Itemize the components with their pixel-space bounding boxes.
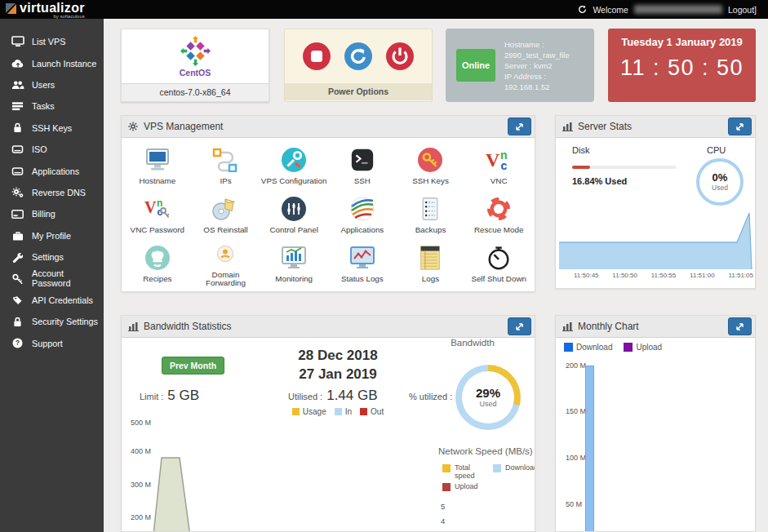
cpu-usage-ring: 0% Used [696, 158, 744, 206]
sidebar-item-list-vps[interactable]: List VPS [0, 31, 104, 52]
refresh-icon[interactable] [578, 5, 587, 14]
sidebar: List VPSLaunch InstanceUsersTasksSSH Key… [0, 19, 104, 532]
power-options-caption: Power Options [285, 83, 432, 100]
vps-action-rescue-mode[interactable]: Rescue Mode [464, 190, 533, 239]
vps-action-ssh[interactable]: SSH [328, 141, 397, 190]
virtualizor-logo-icon [5, 2, 17, 15]
cpu-label: CPU [707, 145, 726, 155]
sidebar-item-users[interactable]: Users [0, 74, 104, 95]
vps-action-label: Applications [340, 226, 384, 234]
restart-button[interactable] [344, 42, 373, 71]
vps-action-applications[interactable]: Applications [328, 190, 397, 239]
expand-button[interactable] [508, 317, 531, 335]
sidebar-item-label: Security Settings [32, 317, 98, 326]
vps-action-logs[interactable]: Logs [397, 239, 465, 288]
sidebar-item-applications[interactable]: Applications [0, 160, 104, 181]
expand-button[interactable] [728, 317, 752, 335]
vps-action-recipes[interactable]: Recipes [123, 239, 192, 288]
sidebar-item-security-settings[interactable]: Security Settings [0, 311, 104, 332]
vps-action-status-logs[interactable]: Status Logs [328, 239, 397, 288]
logs-icon [418, 244, 442, 272]
sidebar-item-support[interactable]: ?Support [0, 332, 104, 353]
time-text: 11 : 50 : 50 [608, 55, 756, 81]
vps-action-label: Rescue Mode [474, 226, 523, 234]
vps-action-ips[interactable]: IPs [192, 141, 260, 190]
vps-action-label: Self Shut Down [471, 275, 526, 283]
drive-icon [10, 143, 25, 156]
y-tick: 50 M [566, 500, 582, 508]
vps-action-vnc[interactable]: VncVNC [464, 141, 533, 190]
server-stats-panel: Server Stats Disk CPU 16.84% Used 0% Use… [555, 115, 756, 289]
ssh-keys-icon [416, 146, 444, 174]
sidebar-item-label: Reverse DNS [32, 188, 86, 197]
expand-button[interactable] [508, 117, 531, 135]
ssh-terminal-icon [349, 146, 375, 174]
sidebar-item-label: Tasks [32, 101, 55, 111]
sidebar-item-billing[interactable]: Billing [0, 203, 104, 224]
legend-item-upload: Upload [624, 343, 662, 352]
logo-subtext: by softaculous [53, 14, 84, 19]
power-options-card: Power Options [284, 29, 433, 102]
gears-icon [10, 186, 25, 199]
sidebar-item-label: API Credentials [32, 295, 93, 305]
logout-link[interactable]: Logout] [728, 5, 757, 15]
gear-icon [128, 122, 140, 132]
vps-action-label: VNC [491, 177, 508, 185]
bandwidth-donut-chart: 29% Used [455, 365, 521, 430]
vps-action-self-shut-down[interactable]: Self Shut Down [464, 239, 533, 288]
legend-label: Upload [636, 343, 662, 352]
bandwidth-donut-title: Bandwidth [407, 338, 535, 348]
legend-item-total-speed: Total speed [442, 464, 493, 480]
poweroff-button[interactable] [385, 42, 415, 71]
bandwidth-used-text: Used [479, 400, 496, 408]
sidebar-item-tasks[interactable]: Tasks [0, 95, 104, 117]
recipes-icon [144, 244, 171, 272]
vps-action-vps-configuration[interactable]: VPS Configuration [260, 141, 328, 190]
vps-action-backups[interactable]: Backups [397, 190, 465, 239]
sidebar-item-iso[interactable]: ISO [0, 139, 104, 160]
self-shutdown-icon [486, 244, 512, 272]
welcome-label: Welcome [593, 5, 628, 15]
x-tick: 11:50:45 [574, 272, 599, 279]
vps-config-icon [280, 146, 308, 174]
topbar: virtualizor by softaculous Welcome Logou… [0, 0, 768, 19]
y-tick: 100 M [566, 454, 586, 462]
server-stats-area-chart [559, 209, 753, 271]
y-tick: 200 M [566, 361, 586, 370]
sidebar-item-account-password[interactable]: Account Password [0, 268, 104, 289]
control-panel-icon [280, 195, 308, 223]
os-logo-text: CentOS [180, 68, 211, 78]
sidebar-item-label: Support [32, 339, 63, 348]
legend-label: Total speed [455, 464, 484, 480]
sidebar-item-settings[interactable]: Settings [0, 246, 104, 268]
legend-label: Upload [455, 483, 478, 491]
sidebar-item-api-credentials[interactable]: API Credentials [0, 290, 104, 311]
bandwidth-pct-text: 29% [476, 387, 500, 400]
sidebar-item-label: List VPS [32, 37, 65, 47]
status-logs-icon [348, 244, 376, 272]
vps-action-ssh-keys[interactable]: SSH Keys [397, 141, 465, 190]
sidebar-item-launch-instance[interactable]: Launch Instance [0, 52, 104, 73]
sidebar-item-my-profile[interactable]: My Profile [0, 225, 104, 246]
wrench-icon [10, 250, 25, 264]
vps-action-monitoring[interactable]: Monitoring [260, 239, 328, 288]
sidebar-item-reverse-dns[interactable]: Reverse DNS [0, 182, 104, 203]
y-tick: 5 [441, 502, 445, 511]
drive-icon [10, 165, 25, 178]
hostname-value: 2990_test_raw_file [504, 50, 570, 60]
domain-forwarding-icon [211, 240, 239, 268]
vps-action-label: OS Reinstall [203, 226, 247, 234]
vps-action-control-panel[interactable]: Control Panel [260, 190, 328, 239]
vps-action-domain-forwarding[interactable]: Domain Forwarding [192, 239, 260, 288]
stop-button[interactable] [302, 42, 331, 71]
vps-action-vnc-password[interactable]: VncVNC Password [123, 190, 192, 239]
os-template-caption: centos-7.0-x86_64 [122, 83, 269, 101]
vps-action-label: VNC Password [131, 226, 184, 234]
expand-button[interactable] [728, 117, 752, 135]
vps-action-os-reinstall[interactable]: OS Reinstall [192, 190, 260, 239]
sidebar-item-ssh-keys[interactable]: SSH Keys [0, 117, 104, 139]
vps-action-hostname[interactable]: Hostname [123, 141, 192, 190]
app-logo[interactable]: virtualizor by softaculous [0, 0, 85, 19]
disk-label: Disk [572, 145, 589, 155]
chart-bars-icon [562, 122, 574, 132]
